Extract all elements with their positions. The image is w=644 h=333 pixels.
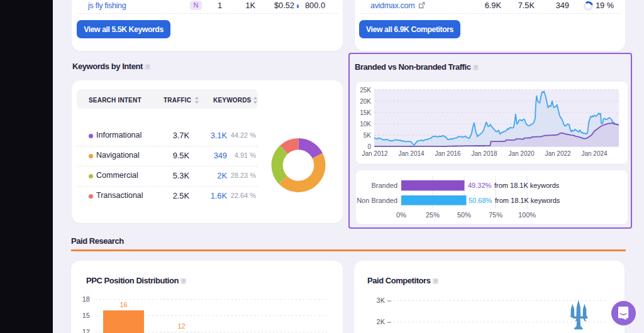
svg-text:Jan 2012: Jan 2012 (362, 150, 388, 157)
svg-text:15K: 15K (360, 109, 371, 116)
svg-text:Jan 2022: Jan 2022 (545, 150, 571, 157)
svg-text:25K: 25K (360, 87, 371, 94)
svg-text:0: 0 (367, 143, 371, 150)
svg-text:20K: 20K (360, 98, 371, 105)
svg-text:Jan 2024: Jan 2024 (581, 150, 608, 157)
svg-text:25%: 25% (426, 211, 440, 219)
svg-text:50.68%: 50.68% (469, 197, 492, 204)
svg-text:Jan 2016: Jan 2016 (435, 150, 461, 157)
svg-text:Jan 2014: Jan 2014 (398, 150, 425, 157)
svg-text:Jan 2020: Jan 2020 (508, 150, 535, 157)
svg-text:49.32%: 49.32% (468, 182, 492, 189)
svg-text:Jan 2018: Jan 2018 (471, 150, 497, 157)
svg-text:from 18.1K keywords: from 18.1K keywords (495, 197, 560, 204)
svg-text:from 18.1K keywords: from 18.1K keywords (494, 182, 560, 189)
svg-text:50%: 50% (457, 211, 471, 219)
svg-text:0%: 0% (396, 211, 406, 219)
svg-text:5K: 5K (364, 132, 372, 139)
svg-text:75%: 75% (489, 211, 502, 219)
svg-text:Branded: Branded (371, 182, 397, 189)
svg-text:10K: 10K (360, 121, 371, 128)
svg-text:Non Branded: Non Branded (357, 197, 397, 204)
svg-text:100%: 100% (518, 211, 536, 219)
